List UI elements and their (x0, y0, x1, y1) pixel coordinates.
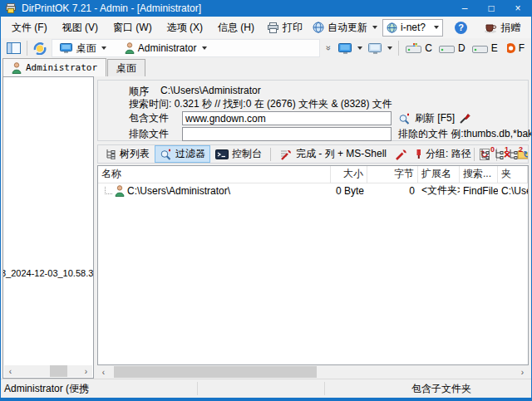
search-info-box: 顺序 C:\Users\Administrator 搜索时间: 0.321 秒 … (97, 80, 529, 141)
overflow-chevron-icon[interactable]: « (323, 46, 332, 51)
console-button[interactable]: 控制台 (210, 145, 267, 163)
tab-desktop[interactable]: 桌面 (107, 59, 145, 76)
include-files-label: 包含文件 (129, 111, 175, 125)
search-button[interactable] (525, 18, 532, 37)
expand-level-buttons: 0 1 2 (480, 149, 518, 159)
folder-tree-panel[interactable]: 3_2024-12-03_10.58.35 ‹ › (2, 76, 94, 379)
drive-e-button[interactable]: E (469, 40, 501, 56)
exclude-files-input[interactable] (182, 127, 392, 141)
close-button[interactable]: × (505, 0, 531, 17)
tools-button[interactable] (392, 145, 411, 163)
monitor-select-button[interactable] (335, 39, 365, 57)
exclude-hint: 排除的文件 例:thumbs.db,*bak (398, 127, 532, 141)
column-bytes[interactable]: 字节 (367, 166, 418, 183)
drive-f-button[interactable]: F (501, 40, 528, 56)
content-panel: 顺序 C:\Users\Administrator 搜索时间: 0.321 秒 … (97, 76, 529, 379)
scroll-left-arrow[interactable]: ‹ (4, 365, 17, 377)
tab-label: Administrator (26, 62, 97, 73)
scroll-right-arrow[interactable]: › (516, 366, 529, 378)
columns-shell-button[interactable]: 完成 - 列 + MS-Shell (274, 145, 392, 163)
row-bytes: 0 (367, 185, 418, 197)
status-middle (198, 379, 324, 398)
print-button[interactable]: 打印 (262, 18, 308, 37)
drive-d-label: D (458, 42, 466, 54)
tree-list-button[interactable]: 树列表 (100, 145, 155, 163)
expand-level-0-button[interactable]: 0 (480, 149, 490, 159)
column-search[interactable]: 搜索... (460, 166, 498, 183)
column-extension[interactable]: 扩展名 (418, 166, 460, 183)
globe-icon (387, 22, 397, 33)
auto-update-button[interactable]: 自动更新 (308, 18, 382, 37)
column-folder[interactable]: 文件夹 (498, 166, 528, 183)
user-icon (12, 62, 22, 74)
columns-shell-label: 完成 - 列 + MS-Shell (296, 147, 387, 161)
coffee-cup-icon (484, 22, 497, 33)
table-row[interactable]: C:\Users\Administrator\ 0 Byte 0 <文件夹> F… (98, 183, 528, 198)
desktop-combobox[interactable]: 桌面 (56, 41, 110, 56)
file-list-header: 名称 ˆ 大小 字节 扩展名 搜索... 文件夹 (98, 166, 528, 183)
tree-horizontal-scrollbar[interactable]: ‹ › (4, 365, 92, 377)
monitor-select-button-2[interactable] (365, 39, 395, 57)
scrollbar-thumb[interactable] (50, 365, 67, 377)
swirl-icon (33, 42, 47, 55)
drive-c-label: C (425, 42, 432, 54)
app-window: DirPrintOK 7.21 - Admin - [Administrator… (0, 0, 532, 401)
print-label: 打印 (283, 21, 303, 35)
clear-brush-icon[interactable] (459, 113, 470, 125)
row-size: 0 Byte (331, 185, 367, 197)
scrollbar-thumb[interactable] (114, 366, 318, 378)
column-size[interactable]: ˆ 大小 (331, 166, 367, 183)
tree-list-label: 树列表 (120, 147, 150, 161)
toggle-panel-button[interactable] (4, 39, 23, 57)
tree-list-icon (105, 149, 116, 159)
row-search: FindFile (460, 185, 498, 197)
chevron-down-icon (101, 46, 106, 50)
include-files-input[interactable] (182, 111, 392, 125)
group-by-path-button[interactable]: 分组: 路径 (411, 145, 476, 163)
scroll-right-arrow[interactable]: › (80, 365, 92, 377)
maximize-button[interactable]: □ (478, 0, 505, 17)
filter-label: 过滤器 (175, 147, 205, 161)
chevron-down-icon (372, 26, 377, 29)
donate-label: 捐赠 (500, 21, 520, 35)
chevron-down-icon (434, 26, 439, 29)
title-bar: DirPrintOK 7.21 - Admin - [Administrator… (1, 0, 531, 17)
console-label: 控制台 (232, 147, 262, 161)
help-button[interactable]: ? (450, 18, 472, 37)
menu-window[interactable]: 窗口 (W) (106, 18, 160, 37)
row-extension: <文件夹> (418, 183, 460, 198)
user-combobox[interactable]: Administrator (121, 41, 210, 56)
column-name[interactable]: 名称 (98, 166, 331, 183)
search-filter-icon[interactable] (398, 113, 411, 125)
menu-view[interactable]: 视图 (V) (55, 18, 106, 37)
filter-button[interactable]: 过滤器 (155, 145, 210, 163)
group-marker-icon (416, 149, 422, 159)
refresh-f5-button[interactable]: 刷新 [F5] (415, 111, 455, 125)
expand-level-1-button[interactable]: 1 (495, 149, 504, 159)
drive-e-label: E (491, 42, 498, 54)
user-icon (125, 42, 135, 54)
help-icon: ? (455, 22, 467, 34)
document-tabs: Administrator 桌面 (1, 58, 531, 76)
window-title: DirPrintOK 7.21 - Admin - [Administrator… (22, 2, 201, 14)
menu-file[interactable]: 文件 (F) (4, 18, 55, 37)
console-icon (215, 149, 229, 159)
drive-f-icon (505, 42, 516, 54)
tab-administrator[interactable]: Administrator (2, 58, 106, 76)
minimize-button[interactable]: – (451, 0, 478, 17)
inet-combobox[interactable]: i-net? (382, 19, 443, 37)
quick-launch-button[interactable] (31, 39, 49, 57)
menu-options[interactable]: 选项 (X) (160, 18, 210, 37)
drive-c-button[interactable]: C (402, 40, 436, 56)
tree-item[interactable]: 3_2024-12-03_10.58.35 (2, 268, 94, 278)
status-subfolders: 包含子文件夹 (325, 379, 475, 398)
expand-level-2-button[interactable]: 2 (509, 149, 518, 159)
list-horizontal-scrollbar[interactable]: ‹ › (97, 366, 529, 378)
scroll-left-arrow[interactable]: ‹ (97, 366, 110, 378)
donate-button[interactable]: 捐赠 (479, 18, 525, 37)
chevron-down-icon (387, 46, 392, 50)
drive-d-button[interactable]: D (436, 40, 469, 56)
menu-info[interactable]: 信息 (H) (210, 18, 262, 37)
monitor-icon (59, 42, 73, 54)
chevron-down-icon (202, 46, 207, 50)
